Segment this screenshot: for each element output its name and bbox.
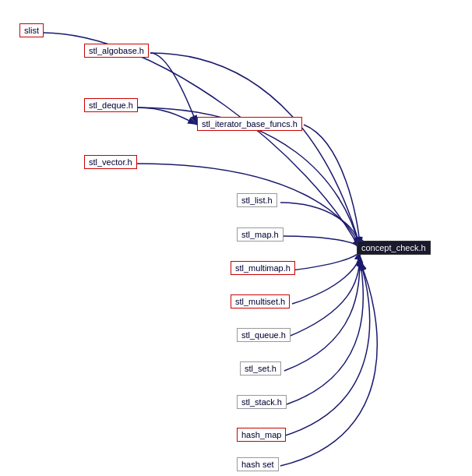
- node-stl-multiset[interactable]: stl_multiset.h: [231, 294, 290, 309]
- node-stl-queue[interactable]: stl_queue.h: [237, 328, 291, 342]
- graph-container: slist stl_algobase.h stl_deque.h stl_ite…: [0, 0, 472, 476]
- node-stl-algobase[interactable]: stl_algobase.h: [84, 44, 149, 58]
- node-hash-set[interactable]: hash set: [237, 457, 279, 471]
- node-stl-set[interactable]: stl_set.h: [240, 361, 281, 376]
- node-hash-map[interactable]: hash_map: [237, 428, 286, 442]
- node-stl-multimap[interactable]: stl_multimap.h: [231, 261, 295, 275]
- node-stl-deque[interactable]: stl_deque.h: [84, 98, 138, 112]
- node-stl-iterator-base-funcs[interactable]: stl_iterator_base_funcs.h: [197, 117, 302, 131]
- node-stl-stack[interactable]: stl_stack.h: [237, 395, 287, 409]
- node-stl-map[interactable]: stl_map.h: [237, 227, 284, 242]
- node-concept-check[interactable]: concept_check.h: [357, 241, 431, 255]
- dependency-arrows: [0, 0, 472, 476]
- node-stl-list[interactable]: stl_list.h: [237, 193, 277, 207]
- node-stl-vector[interactable]: stl_vector.h: [84, 155, 137, 169]
- node-slist[interactable]: slist: [19, 23, 44, 37]
